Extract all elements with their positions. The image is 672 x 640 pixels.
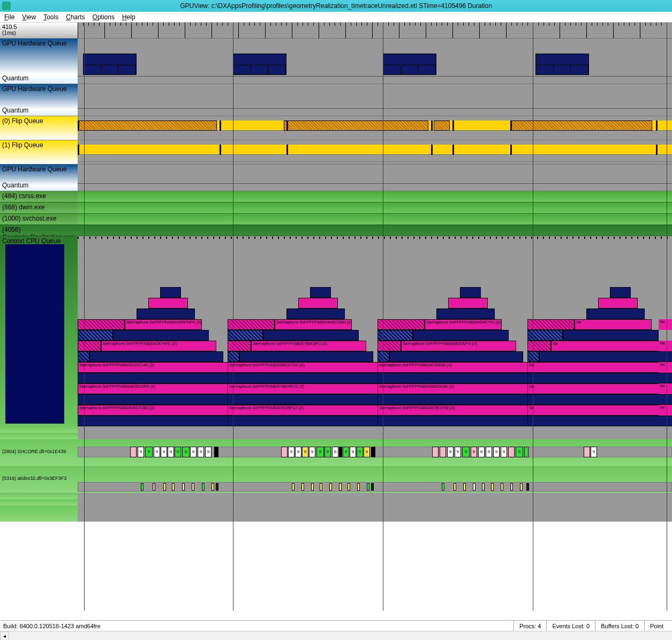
proc-svchost-track[interactable] [78,214,672,225]
flip-queue-0-track[interactable] [78,116,672,140]
cpu-queue-header[interactable]: Context CPU Queue [0,236,78,426]
status-bar: Build: 8400.0.120518-1423 amd64fre Procs… [0,620,672,631]
title-bar: GPUView: c:\DXAppsProfiling\profiles\geo… [0,0,672,12]
thin-track-3[interactable] [78,493,672,499]
thread-shcore-label: (2804) SHCORE.dll+0x1E439 [2,449,66,454]
proc-csrss-track[interactable] [78,191,672,202]
lane-gutter: 410.5 (1ms) GPU Hardware Queue Quantum G… [0,22,78,611]
hw-queue-1-header[interactable]: GPU Hardware Queue Quantum [0,39,78,84]
hw-queue-3-label: GPU Hardware Queue [2,165,67,173]
hw-queue-2-label: GPU Hardware Queue [2,85,67,93]
thin-track-5[interactable] [78,506,672,522]
menu-help[interactable]: Help [122,13,135,21]
timeline-tracks[interactable]: Semaphore 0xFFFFFA8006A97CB0 (2)Semaphor… [78,22,672,611]
proc-geometry-track[interactable] [78,225,672,236]
status-build: Build: 8400.0.120518-1423 amd64fre [3,623,101,629]
hw-queue-2-track[interactable] [78,84,672,116]
menu-bar[interactable]: File View Tools Charts Options Help [0,12,672,22]
menu-file[interactable]: File [4,13,14,21]
quantum-1-track [78,76,672,84]
flip-bar-1 [78,145,672,155]
thread-atidxx-bar [78,482,672,492]
thread-atidxx-header[interactable]: (5316) atidxx32.dll+0x3EF3F3 [0,466,78,493]
thin-track-2[interactable] [78,433,672,439]
hw-queue-2-header[interactable]: GPU Hardware Queue Quantum [0,84,78,116]
menu-charts[interactable]: Charts [66,13,85,21]
workspace[interactable]: 410.5 (1ms) GPU Hardware Queue Quantum G… [0,22,672,611]
proc-dwm-label: (868) dwm.exe [2,204,44,211]
hw-queue-1-label: GPU Hardware Queue [2,40,67,47]
proc-csrss-label: (484) csrss.exe [2,192,46,200]
menu-tools[interactable]: Tools [43,13,58,21]
spacer-1 [0,426,78,433]
status-point: Point [644,621,669,631]
ruler-header: 410.5 (1ms) [0,22,78,39]
flip-queue-0-header[interactable]: (0) Flip Queue [0,116,78,140]
proc-csrss-header[interactable]: (484) csrss.exe [0,191,78,202]
window-title: GPUView: c:\DXAppsProfiling\profiles\geo… [180,2,492,10]
thin-track-4[interactable] [78,499,672,506]
flip-1-label: (1) Flip Queue [2,141,43,149]
quantum-3-track [78,183,672,191]
proc-dwm-track[interactable] [78,202,672,214]
quantum-2-track [78,108,672,116]
thread-atidxx-track[interactable] [78,466,672,493]
thread-atidxx-label: (5316) atidxx32.dll+0x3EF3F3 [2,476,66,481]
status-buffers: Buffers Lost: 0 [595,621,644,631]
h-scrollbar[interactable]: ◂ [0,631,672,640]
spacer-2 [0,433,78,439]
spacer-5 [0,506,78,522]
proc-geometry-header[interactable]: (4056) GeometryRealization.exe [0,225,78,236]
app-icon [2,2,11,10]
proc-dwm-header[interactable]: (868) dwm.exe [0,202,78,214]
flip-queue-1-track[interactable] [78,140,672,164]
thread-shcore-header[interactable]: (2804) SHCORE.dll+0x1E439 [0,439,78,466]
context-summary-block [5,244,64,424]
flip-queue-1-header[interactable]: (1) Flip Queue [0,140,78,164]
thin-track-1[interactable] [78,426,672,433]
quantum-3-label: Quantum [2,182,28,189]
cpu-queue-track[interactable]: Semaphore 0xFFFFFA8006A97CB0 (2)Semaphor… [78,236,672,426]
hw-queue-3-header[interactable]: GPU Hardware Queue Quantum [0,164,78,191]
hw-queue-1-track[interactable] [78,39,672,84]
hw-queue-3-track[interactable] [78,164,672,191]
ruler-track[interactable] [78,22,672,39]
quantum-1-label: Quantum [2,74,28,82]
flip-0-label: (0) Flip Queue [2,117,43,125]
spacer-4 [0,499,78,506]
ruler-value: 410.5 [2,24,75,30]
ruler-unit: (1ms) [2,30,75,36]
quantum-2-label: Quantum [2,107,28,114]
menu-view[interactable]: View [22,13,36,21]
proc-svchost-header[interactable]: (1000) svchost.exe [0,214,78,225]
status-events: Events Lost: 0 [546,621,595,631]
spacer-3 [0,493,78,499]
proc-svchost-label: (1000) svchost.exe [2,215,56,222]
scroll-left-icon[interactable]: ◂ [0,631,9,641]
flip-bar-1b [78,156,672,162]
status-procs: Procs: 4 [514,621,546,631]
menu-options[interactable]: Options [93,13,115,21]
thread-shcore-track[interactable]: 9999999999999999999999999999999 [78,439,672,466]
cpu-queue-label: Context CPU Queue [2,237,61,245]
